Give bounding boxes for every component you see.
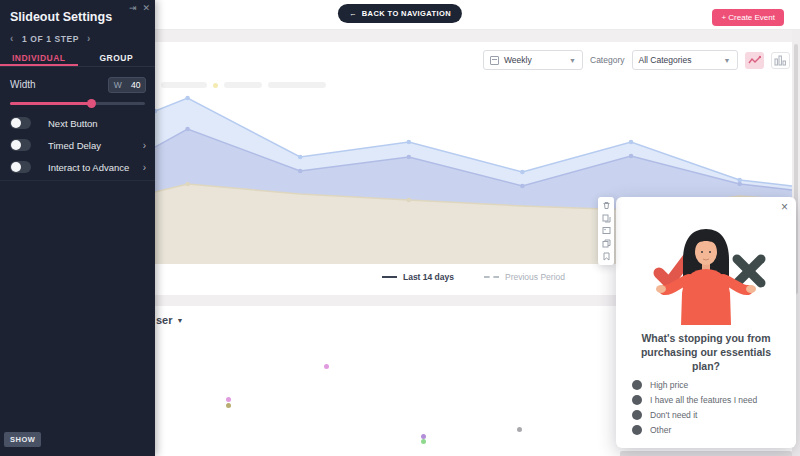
faded-legend-item [161, 82, 207, 88]
chevron-right-icon: › [143, 140, 146, 151]
step-next-icon[interactable]: › [87, 33, 91, 44]
shrugging-woman-illustration [631, 213, 781, 325]
faded-legend-item [224, 82, 262, 88]
survey-option[interactable]: Don't need it [632, 407, 786, 422]
category-select[interactable]: All Categories ▼ [632, 50, 738, 70]
close-panel-icon[interactable]: ✕ [142, 3, 150, 13]
scatter-dot [324, 364, 329, 369]
dock-right-icon[interactable]: ⇥ [129, 3, 137, 13]
duplicate-icon[interactable] [602, 214, 611, 223]
app-root: ← BACK TO NAVIGATION + Create Event Week… [0, 0, 800, 456]
option-bullet-icon [632, 425, 642, 435]
section-title-dropdown[interactable]: ser ▼ [156, 314, 183, 326]
survey-option[interactable]: Other [632, 422, 786, 437]
chart-marker [185, 127, 190, 132]
toggle-knob [11, 162, 21, 172]
toggle-label: Interact to Advance [48, 162, 129, 173]
period-select[interactable]: Weekly ▼ [483, 50, 583, 70]
chart-marker [629, 154, 634, 159]
width-input[interactable]: W 40 [108, 77, 146, 93]
bar-chart-icon [774, 55, 786, 66]
left-hand [656, 285, 666, 293]
step-label: 1 OF 1 STEP [22, 34, 79, 44]
copy-icon[interactable] [602, 239, 611, 248]
back-button-label: BACK TO NAVIGATION [362, 9, 451, 18]
option-label: High price [650, 380, 688, 390]
toggle-knob [11, 140, 21, 150]
chart-marker [407, 155, 412, 160]
option-label: Don't need it [650, 410, 697, 420]
category-label: Category [590, 55, 625, 65]
toggle-knob [11, 118, 21, 128]
option-label: I have all the features I need [650, 395, 757, 405]
width-unit: W [114, 80, 122, 90]
chart-marker [629, 140, 634, 145]
survey-question: What's stopping you from purchasing our … [628, 331, 784, 374]
toggle-switch[interactable] [10, 161, 31, 173]
faded-legend-item [268, 82, 326, 88]
create-event-button[interactable]: + Create Event [712, 9, 784, 26]
survey-option[interactable]: I have all the features I need [632, 392, 786, 407]
chevron-down-icon: ▼ [724, 57, 731, 64]
chart-marker [407, 140, 412, 145]
bar-chart-toggle-button[interactable] [771, 52, 790, 69]
line-chart-toggle-button[interactable] [745, 52, 764, 69]
legend-previous-period: Previous Period [484, 272, 565, 282]
option-bullet-icon [632, 410, 642, 420]
survey-option[interactable]: High price [632, 377, 786, 392]
x-mark-icon [737, 259, 761, 283]
panel-tabs: INDIVIDUAL GROUP [0, 50, 155, 67]
legend-label: Previous Period [505, 272, 565, 282]
toggle-row[interactable]: Interact to Advance› [0, 156, 155, 178]
slideout-settings-panel: ⇥ ✕ Slideout Settings ‹ 1 OF 1 STEP › IN… [0, 0, 155, 456]
width-control-row: Width W 40 [10, 76, 146, 93]
step-prev-icon[interactable]: ‹ [10, 33, 14, 44]
chart-marker [185, 182, 190, 187]
legend-last-14-days: Last 14 days [382, 272, 454, 282]
toggle-row[interactable]: Next Button [0, 112, 155, 134]
bookmark-icon[interactable] [602, 252, 611, 261]
option-label: Other [650, 425, 671, 435]
tab-group[interactable]: GROUP [78, 50, 156, 66]
category-select-value: All Categories [639, 55, 692, 65]
option-bullet-icon [632, 380, 642, 390]
show-button[interactable]: SHOW [4, 432, 41, 447]
tab-individual[interactable]: INDIVIDUAL [0, 50, 78, 66]
toggle-label: Timed Delay [48, 140, 101, 151]
face [695, 239, 717, 265]
chevron-down-icon: ▼ [569, 57, 576, 64]
line-chart-icon [748, 55, 761, 66]
legend-label: Last 14 days [403, 272, 454, 282]
survey-options: High priceI have all the features I need… [632, 377, 786, 437]
solid-line-swatch [382, 276, 397, 278]
chart-marker [298, 169, 303, 174]
chart-marker [520, 170, 525, 175]
width-slider[interactable] [10, 99, 145, 108]
chart-marker [520, 184, 525, 189]
close-popup-icon[interactable]: × [781, 201, 788, 213]
toggle-switch[interactable] [10, 139, 31, 151]
scatter-dot [226, 403, 231, 408]
slider-knob[interactable] [87, 99, 96, 108]
chart-marker [407, 198, 412, 203]
toggle-label: Next Button [48, 118, 98, 129]
chart-marker [298, 155, 303, 160]
next-card-hint [620, 451, 792, 456]
option-bullet-icon [632, 395, 642, 405]
back-to-navigation-button[interactable]: ← BACK TO NAVIGATION [338, 4, 462, 23]
image-icon[interactable] [602, 226, 611, 235]
toggle-row[interactable]: Timed Delay› [0, 134, 155, 156]
toggle-switch[interactable] [10, 117, 31, 129]
period-select-value: Weekly [504, 55, 532, 65]
chart-controls: Weekly ▼ Category All Categories ▼ [483, 50, 790, 70]
back-arrow-icon: ← [349, 9, 357, 18]
slider-fill [10, 102, 91, 105]
scatter-dot [517, 427, 522, 432]
width-label: Width [10, 79, 36, 90]
chevron-right-icon: › [143, 162, 146, 173]
panel-title: Slideout Settings [10, 10, 112, 24]
scatter-dot [421, 434, 426, 439]
popup-mini-toolbar [598, 197, 614, 265]
trash-icon[interactable] [602, 201, 611, 210]
survey-popup: × What's stopping you from purchasing ou… [616, 197, 796, 448]
